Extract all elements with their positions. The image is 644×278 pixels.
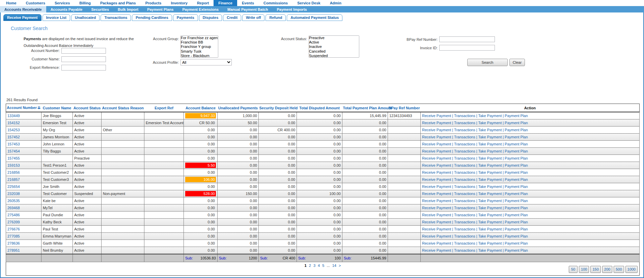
receive-payment-link[interactable]: Receive Payment [422,156,451,160]
account-number-link[interactable]: 277085 [7,234,20,238]
tab[interactable]: Automated Payment Status [287,14,342,21]
header-total-payment-plan-amount[interactable]: Total Payment Plan Amount [342,104,388,112]
account-profile-select[interactable]: All [180,59,232,65]
transactions-link[interactable]: Transactions [454,163,475,167]
transactions-link[interactable]: Transactions [454,114,475,118]
take-payment-link[interactable]: Take Payment [478,170,502,174]
account-number-link[interactable]: 154253 [7,128,20,132]
transactions-link[interactable]: Transactions [454,234,475,238]
payment-plan-link[interactable]: Payment Plan [505,163,528,167]
take-payment-link[interactable]: Take Payment [478,248,502,252]
page-size-button[interactable]: 200 [602,266,612,273]
receive-payment-link[interactable]: Receive Payment [422,185,451,189]
page-link[interactable]: 2 [309,263,311,268]
account-number-link[interactable]: 157454 [7,149,20,153]
payment-plan-link[interactable]: Payment Plan [505,142,528,146]
page-link[interactable]: 5 [322,263,324,268]
payment-plan-link[interactable]: Payment Plan [505,114,528,118]
take-payment-link[interactable]: Take Payment [478,121,502,125]
main-nav-item[interactable]: Inventory [166,0,192,6]
take-payment-link[interactable]: Take Payment [478,177,502,182]
account-group-option[interactable]: Franchise Y group [181,45,218,49]
account-status-listbox[interactable]: Preactive Active Inactive Cancelled Susp… [309,35,359,58]
tab[interactable]: Payments [173,14,198,21]
page-link[interactable]: > [339,263,341,268]
account-number-link[interactable]: 154152 [7,121,20,125]
take-payment-link[interactable]: Take Payment [478,142,502,146]
header-customer-name[interactable]: Customer Name [41,104,73,112]
search-button[interactable]: Search [467,59,508,66]
tab[interactable]: Pending Cardlines [132,14,172,21]
payment-plan-link[interactable]: Payment Plan [505,185,528,189]
take-payment-link[interactable]: Take Payment [478,149,502,153]
take-payment-link[interactable]: Take Payment [478,156,502,160]
payment-plan-link[interactable]: Payment Plan [505,149,528,153]
payment-plan-link[interactable]: Payment Plan [505,220,528,224]
sub-nav-item[interactable]: Securities [87,6,113,12]
account-number-link[interactable]: 157455 [7,156,20,160]
account-number-link[interactable]: 216856 [7,170,20,174]
payment-plan-link[interactable]: Payment Plan [505,241,528,245]
account-number-link[interactable]: 157452 [7,135,20,139]
main-nav-item[interactable]: Commissions [259,0,292,6]
transactions-link[interactable]: Transactions [454,135,475,139]
page-size-button[interactable]: 100 [579,266,589,273]
transactions-link[interactable]: Transactions [454,170,475,174]
transactions-link[interactable]: Transactions [454,227,475,231]
receive-payment-link[interactable]: Receive Payment [422,135,451,139]
tab[interactable]: Disputes [199,14,222,21]
sub-nav-item[interactable]: Bulk Import [113,6,143,12]
header-total-disputed-amount[interactable]: Total Disputed Amount [297,104,342,112]
transactions-link[interactable]: Transactions [454,142,475,146]
page-link[interactable]: 14 [332,263,336,268]
header-security-deposit-held[interactable]: Security Deposit Held [259,104,297,112]
receive-payment-link[interactable]: Receive Payment [422,241,451,245]
account-number-link[interactable]: 225654 [7,185,20,189]
receive-payment-link[interactable]: Receive Payment [422,121,451,125]
tab[interactable]: Credit [223,14,241,21]
payment-plan-link[interactable]: Payment Plan [505,135,528,139]
sort-descending-icon[interactable]: ⇊ [37,106,40,110]
receive-payment-link[interactable]: Receive Payment [422,170,451,174]
take-payment-link[interactable]: Take Payment [478,213,502,217]
account-status-option[interactable]: Preactive [309,36,359,40]
transactions-link[interactable]: Transactions [454,156,475,160]
account-number-link[interactable]: 260535 [7,199,20,203]
customer-name-input[interactable] [61,56,106,62]
account-number-link[interactable]: 278636 [7,241,20,245]
account-number-link[interactable]: 159153 [7,163,20,167]
receive-payment-link[interactable]: Receive Payment [422,213,451,217]
header-unallocated-payments[interactable]: Unallocated Payments [218,104,259,112]
transactions-link[interactable]: Transactions [454,248,475,252]
page-link[interactable]: 3 [313,263,315,268]
sub-nav-item[interactable]: Accounts Receivable [0,6,46,12]
main-nav-item[interactable]: Finance [214,0,237,6]
account-group-option[interactable]: For Franchise zz agent [181,36,218,40]
header-export-ref[interactable]: Export Ref [144,104,184,112]
transactions-link[interactable]: Transactions [454,220,475,224]
transactions-link[interactable]: Transactions [454,177,475,182]
receive-payment-link[interactable]: Receive Payment [422,227,451,231]
payment-plan-link[interactable]: Payment Plan [505,192,528,196]
tab[interactable]: Receive Payment [3,14,41,21]
account-status-option[interactable]: Suspended [309,54,359,58]
header-account-balance[interactable]: Account Balance [184,104,218,112]
main-nav-item[interactable]: Report [192,0,214,6]
take-payment-link[interactable]: Take Payment [478,206,502,210]
payment-plan-link[interactable]: Payment Plan [505,248,528,252]
invoice-id-input[interactable] [439,45,495,51]
account-group-listbox[interactable]: For Franchise zz agent Franchise BB Fran… [180,35,218,58]
tab[interactable]: Refund [265,14,286,21]
receive-payment-link[interactable]: Receive Payment [422,248,451,252]
payment-plan-link[interactable]: Payment Plan [505,206,528,210]
sub-nav-item[interactable]: Payment Plans [143,6,178,12]
payment-plan-link[interactable]: Payment Plan [505,213,528,217]
transactions-link[interactable]: Transactions [454,199,475,203]
header-bpay-ref-number[interactable]: BPay Ref Number [388,104,421,112]
take-payment-link[interactable]: Take Payment [478,185,502,189]
tab[interactable]: Unallocated [71,14,100,21]
tab[interactable]: Transactions [101,14,131,21]
account-number-link[interactable]: 276676 [7,227,20,231]
receive-payment-link[interactable]: Receive Payment [422,128,451,132]
transactions-link[interactable]: Transactions [454,121,475,125]
